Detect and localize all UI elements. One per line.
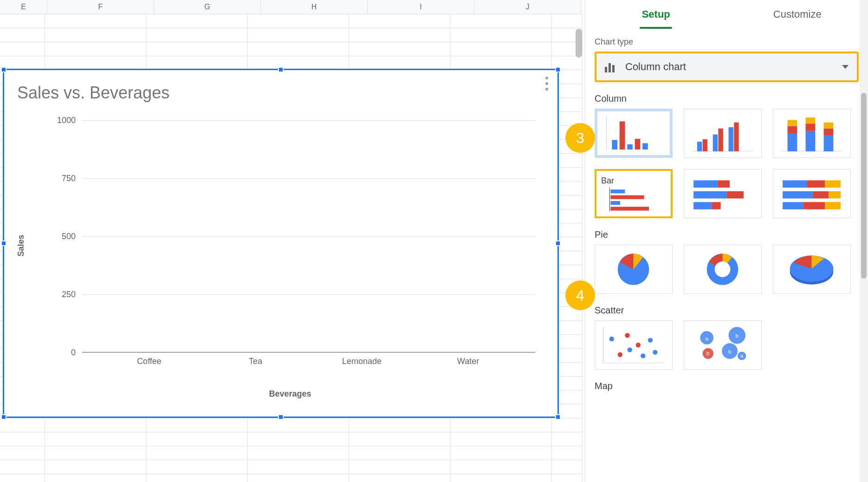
svg-point-56	[641, 353, 646, 358]
column-header-G[interactable]: G	[154, 0, 261, 14]
thumb-bar-stacked[interactable]	[684, 169, 762, 218]
callout-badge-4: 4	[565, 280, 595, 310]
chart-editor-panel: Setup Customize Chart type Column chart …	[585, 0, 868, 482]
svg-text:b: b	[707, 350, 710, 356]
resize-handle-e[interactable]	[555, 241, 561, 246]
thumb-bar-basic[interactable]: Bar	[595, 169, 673, 218]
svg-point-55	[636, 343, 641, 347]
bars-container: CoffeeTeaLemonadeWater	[82, 120, 535, 352]
panel-body: Chart type Column chart Column Bar	[585, 29, 868, 404]
plot-inner: 02505007501000CoffeeTeaLemonadeWater	[82, 120, 535, 352]
svg-rect-13	[734, 123, 739, 151]
svg-rect-34	[712, 202, 721, 209]
svg-rect-43	[825, 202, 841, 209]
svg-rect-8	[697, 142, 702, 151]
svg-rect-3	[619, 121, 625, 150]
svg-point-58	[653, 350, 658, 354]
gridline	[82, 352, 535, 353]
column-header-H[interactable]: H	[261, 0, 368, 14]
tab-customize[interactable]: Customize	[727, 0, 868, 29]
main-scrollbar-thumb[interactable]	[576, 29, 582, 58]
tab-setup[interactable]: Setup	[585, 0, 727, 29]
svg-text:b: b	[728, 348, 732, 354]
svg-rect-42	[803, 202, 825, 209]
svg-point-53	[625, 333, 630, 338]
svg-text:a: a	[741, 353, 744, 358]
chart-options-icon[interactable]	[545, 77, 549, 91]
embedded-chart[interactable]: Sales vs. Beverages Sales 02505007501000…	[3, 69, 559, 418]
callout-badge-3: 3	[565, 123, 595, 153]
x-axis-label: Beverages	[36, 389, 544, 399]
chart-type-selected: Column chart	[625, 61, 842, 73]
column-header-I[interactable]: I	[368, 0, 474, 14]
column-chart-icon	[605, 61, 616, 72]
resize-handle-se[interactable]	[555, 414, 561, 420]
svg-rect-39	[813, 191, 829, 199]
svg-text:a: a	[706, 335, 709, 341]
svg-rect-28	[610, 207, 649, 210]
svg-rect-31	[694, 191, 727, 199]
column-header-F[interactable]: F	[47, 0, 154, 14]
svg-rect-41	[783, 202, 803, 209]
panel-scrollbar-thumb[interactable]	[861, 93, 867, 279]
svg-rect-27	[610, 201, 620, 205]
resize-handle-n[interactable]	[278, 67, 284, 72]
y-axis-label: Sales	[16, 234, 26, 256]
svg-rect-9	[703, 139, 707, 151]
x-tick-label: Coffee	[137, 357, 162, 366]
column-headers: EFGHIJK	[0, 0, 583, 14]
category-scatter-label: Scatter	[595, 305, 859, 316]
thumb-scatter-bubble[interactable]: abbba	[684, 320, 762, 370]
svg-point-51	[609, 337, 614, 341]
resize-handle-nw[interactable]	[1, 67, 6, 72]
chart-type-dropdown[interactable]: Column chart	[595, 52, 859, 82]
svg-rect-2	[612, 140, 617, 150]
svg-point-54	[628, 347, 632, 352]
category-bar-label: Bar	[601, 176, 614, 186]
svg-rect-10	[713, 135, 718, 151]
svg-rect-5	[635, 139, 640, 150]
column-header-E[interactable]: E	[0, 0, 47, 14]
resize-handle-w[interactable]	[1, 241, 6, 246]
svg-rect-33	[694, 202, 712, 209]
svg-rect-40	[829, 191, 841, 199]
svg-rect-6	[642, 143, 648, 150]
category-pie-label: Pie	[595, 229, 859, 240]
resize-handle-s[interactable]	[278, 414, 284, 420]
svg-rect-15	[788, 133, 797, 151]
thumb-scatter-basic[interactable]	[595, 320, 673, 370]
chart-type-label: Chart type	[595, 37, 859, 47]
svg-rect-11	[719, 129, 723, 151]
bar-thumbs: Bar	[595, 169, 859, 218]
svg-rect-37	[825, 180, 841, 188]
category-column-label: Column	[595, 93, 859, 104]
chart-title[interactable]: Sales vs. Beverages	[17, 83, 544, 103]
thumb-pie-3d[interactable]	[773, 245, 851, 294]
svg-point-52	[618, 352, 622, 357]
svg-rect-36	[807, 180, 825, 188]
panel-tabs: Setup Customize	[585, 0, 868, 29]
resize-handle-ne[interactable]	[555, 67, 561, 72]
resize-handle-sw[interactable]	[1, 414, 6, 420]
thumb-pie-basic[interactable]	[595, 245, 673, 294]
pie-thumbs	[595, 245, 859, 294]
svg-rect-21	[824, 136, 834, 151]
thumb-column-basic[interactable]	[595, 109, 673, 158]
thumb-pie-donut[interactable]	[684, 245, 762, 294]
svg-rect-23	[824, 123, 834, 129]
y-tick-label: 250	[62, 290, 76, 300]
svg-rect-19	[806, 124, 816, 131]
svg-point-57	[648, 338, 653, 342]
scatter-thumbs: abbba	[595, 320, 859, 370]
thumb-bar-100stacked[interactable]	[773, 169, 851, 218]
thumb-column-stacked[interactable]	[773, 109, 851, 158]
panel-scrollbar-track[interactable]	[860, 0, 868, 482]
column-header-J[interactable]: J	[474, 0, 581, 14]
y-tick-label: 0	[71, 348, 76, 358]
x-tick-label: Tea	[249, 357, 262, 366]
svg-rect-18	[806, 131, 816, 151]
spreadsheet-area: EFGHIJK Sales vs. Beverages Sales 025050…	[0, 0, 583, 482]
thumb-column-grouped[interactable]	[684, 109, 762, 158]
y-tick-label: 1000	[57, 116, 76, 125]
svg-point-46	[715, 261, 731, 277]
